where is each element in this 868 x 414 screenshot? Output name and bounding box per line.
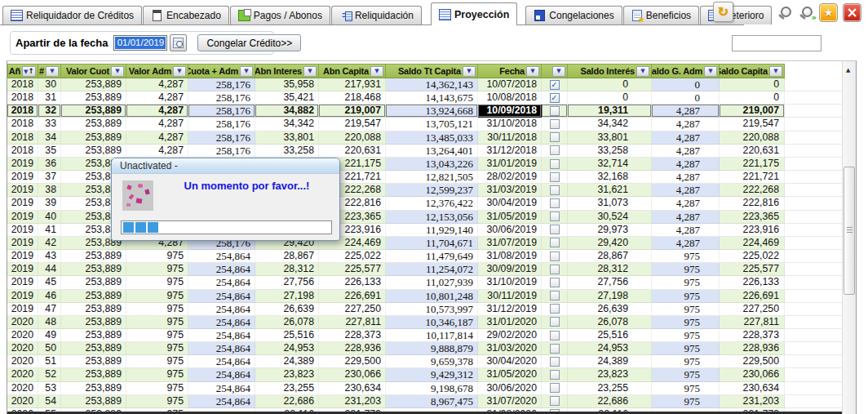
cell-cuota_adm[interactable]: 254,864 xyxy=(188,395,255,408)
cell-saldo_g_adm[interactable]: 975 xyxy=(652,355,720,368)
cell-saldo_interes[interactable]: 0 xyxy=(568,78,652,91)
cell-saldo_tt[interactable]: 12,376,422 xyxy=(386,197,478,210)
cell-abn_capita[interactable]: 226,691 xyxy=(319,290,386,303)
cell-saldo_tt[interactable]: 14,362,143 xyxy=(386,78,478,91)
cell-saldo_capita[interactable]: 225,022 xyxy=(720,250,785,263)
cell-ano[interactable]: 2019 xyxy=(7,184,38,197)
cell-ano[interactable]: 2019 xyxy=(7,276,38,289)
cell-check[interactable] xyxy=(542,211,568,224)
cell-num[interactable]: 54 xyxy=(38,395,61,408)
cell-num[interactable]: 44 xyxy=(38,263,61,276)
cell-fecha[interactable]: 31/08/2019 xyxy=(478,250,542,263)
filter-dropdown-icon[interactable]: ▼ xyxy=(769,66,782,77)
row-checkbox[interactable] xyxy=(550,106,560,116)
filter-dropdown-icon[interactable]: ▼ xyxy=(370,66,383,77)
cell-fecha[interactable]: 31/05/2019 xyxy=(478,211,542,224)
cell-ano[interactable]: 2019 xyxy=(7,158,38,171)
row-checkbox[interactable] xyxy=(550,252,560,261)
cell-saldo_capita[interactable]: 0 xyxy=(720,78,785,91)
cell-abn_capita[interactable]: 220,088 xyxy=(319,131,386,145)
cell-saldo_tt[interactable]: 9,888,879 xyxy=(386,342,478,355)
cell-saldo_tt[interactable]: 13,043,226 xyxy=(386,158,478,171)
cell-check[interactable] xyxy=(542,184,568,197)
cell-fecha[interactable]: 31/12/2019 xyxy=(478,303,542,316)
cell-check[interactable]: ✓ xyxy=(542,91,568,105)
tab-pagos-abonos[interactable]: Pagos / Abonos xyxy=(230,6,330,24)
cell-check[interactable] xyxy=(542,290,568,303)
cell-saldo_tt[interactable]: 10,117,814 xyxy=(386,329,478,342)
cell-valor_adm[interactable]: 4,287 xyxy=(126,118,188,131)
tab-beneficios[interactable]: Beneficios xyxy=(623,6,699,24)
cell-valor_adm[interactable]: 975 xyxy=(126,263,188,276)
cell-valor_cuota[interactable]: 253,889 xyxy=(61,290,126,303)
cell-num[interactable]: 39 xyxy=(38,197,61,210)
cell-ano[interactable]: 2020 xyxy=(7,395,38,408)
filter-dropdown-icon[interactable]: ▼ xyxy=(46,66,59,77)
cell-valor_adm[interactable]: 4,287 xyxy=(126,91,188,105)
cell-abn_capita[interactable]: 225,022 xyxy=(319,250,386,263)
cell-check[interactable]: ✓ xyxy=(542,78,568,91)
cell-cuota_adm[interactable]: 254,864 xyxy=(188,342,255,355)
cell-fecha[interactable]: 30/09/2019 xyxy=(478,263,542,276)
cell-cuota_adm[interactable]: 254,864 xyxy=(188,382,255,395)
cell-saldo_interes[interactable]: 28,867 xyxy=(568,250,652,263)
cell-num[interactable]: 48 xyxy=(38,316,61,329)
cell-saldo_tt[interactable]: 9,429,312 xyxy=(386,368,478,381)
row-checkbox[interactable] xyxy=(550,211,560,221)
cell-saldo_interes[interactable]: 27,198 xyxy=(568,290,652,303)
cell-fecha[interactable]: 29/02/2020 xyxy=(478,329,542,342)
cell-saldo_capita[interactable]: 224,469 xyxy=(720,237,785,250)
row-checkbox[interactable] xyxy=(550,383,560,393)
cell-saldo_interes[interactable]: 23,255 xyxy=(568,382,652,395)
zoom-icon[interactable] xyxy=(777,5,793,21)
tab-deterioro[interactable]: Deterioro xyxy=(700,6,772,24)
congelar-credito-button[interactable]: Congelar Crédito>> xyxy=(197,34,301,51)
cell-saldo_capita[interactable]: 222,268 xyxy=(720,184,785,197)
cell-ano[interactable]: 2019 xyxy=(7,303,38,316)
cell-saldo_g_adm[interactable]: 4,287 xyxy=(652,224,720,237)
column-header-cuota_adm[interactable]: Cuota + Adm▼ xyxy=(188,64,255,78)
cell-valor_cuota[interactable]: 253,889 xyxy=(61,368,126,381)
column-header-saldo_g_adm[interactable]: Saldo G. Adm▼ xyxy=(652,64,720,78)
cell-valor_cuota[interactable]: 253,889 xyxy=(61,355,126,368)
cell-saldo_interes[interactable]: 34,342 xyxy=(568,118,652,131)
cell-valor_cuota[interactable]: 253,889 xyxy=(61,131,126,145)
cell-num[interactable]: 40 xyxy=(38,211,61,224)
cell-num[interactable]: 32 xyxy=(38,105,61,118)
cell-fecha[interactable]: 31/10/2018 xyxy=(478,118,542,131)
cell-saldo_tt[interactable]: 13,924,668 xyxy=(386,105,478,118)
cell-fecha[interactable]: 31/10/2019 xyxy=(478,276,542,289)
cell-valor_adm[interactable]: 975 xyxy=(126,382,188,395)
row-checkbox[interactable] xyxy=(550,225,560,234)
cell-saldo_interes[interactable]: 0 xyxy=(568,91,652,105)
cell-abn_interes[interactable]: 28,867 xyxy=(255,250,319,263)
row-checkbox[interactable] xyxy=(550,357,560,367)
cell-check[interactable] xyxy=(542,263,568,276)
cell-saldo_tt[interactable]: 11,027,939 xyxy=(386,276,478,289)
cell-cuota_adm[interactable]: 254,864 xyxy=(188,263,255,276)
cell-fecha[interactable]: 30/11/2019 xyxy=(478,290,542,303)
cell-valor_cuota[interactable]: 253,889 xyxy=(61,78,126,91)
cell-check[interactable] xyxy=(542,224,568,237)
cell-num[interactable]: 50 xyxy=(38,342,61,355)
cell-abn_interes[interactable]: 35,421 xyxy=(255,91,319,105)
cell-saldo_tt[interactable]: 9,659,378 xyxy=(386,355,478,368)
column-header-valor_adm[interactable]: Valor Adm▼ xyxy=(126,64,188,78)
tab-encabezado[interactable]: Encabezado xyxy=(143,6,229,24)
cell-num[interactable]: 36 xyxy=(38,158,61,171)
cell-ano[interactable]: 2019 xyxy=(7,263,38,276)
cell-valor_adm[interactable]: 975 xyxy=(126,342,188,355)
filter-dropdown-icon[interactable]: ▼ xyxy=(173,66,186,77)
cell-saldo_tt[interactable]: 10,801,248 xyxy=(386,290,478,303)
cell-check[interactable] xyxy=(542,316,568,329)
cell-saldo_capita[interactable]: 230,634 xyxy=(720,382,785,395)
cell-saldo_tt[interactable]: 12,599,237 xyxy=(386,184,478,197)
cell-fecha[interactable]: 30/06/2020 xyxy=(478,382,542,395)
filter-dropdown-icon[interactable]: ▼ xyxy=(636,66,649,77)
cell-valor_cuota[interactable]: 253,889 xyxy=(61,276,126,289)
cell-num[interactable]: 30 xyxy=(38,78,61,91)
filter-dropdown-icon[interactable]: ▼ xyxy=(240,66,253,77)
row-checkbox[interactable] xyxy=(550,291,560,300)
filter-dropdown-icon[interactable]: ▼ xyxy=(526,66,539,77)
cell-cuota_adm[interactable]: 254,864 xyxy=(188,368,255,381)
